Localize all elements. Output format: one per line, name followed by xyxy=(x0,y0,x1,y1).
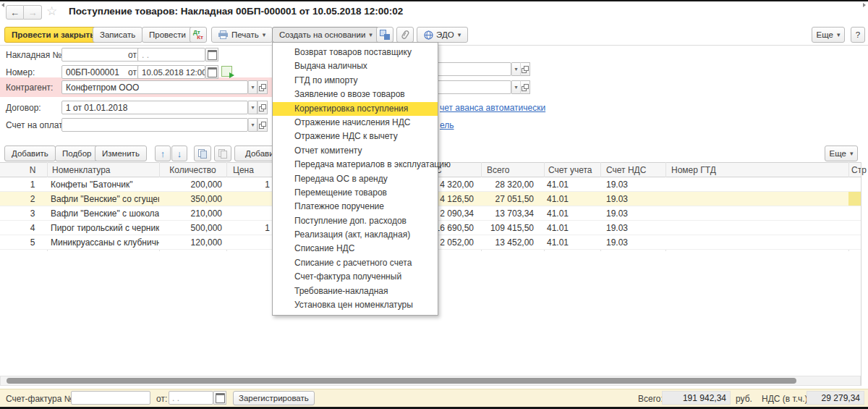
horizontal-scrollbar[interactable] xyxy=(0,376,861,386)
pick-button[interactable]: Подбор xyxy=(55,146,99,161)
document-date-field[interactable]: 10.05.2018 12:00:02 xyxy=(137,65,205,79)
contragent-open-button[interactable] xyxy=(258,80,268,94)
register-button[interactable]: Зарегистрировать xyxy=(233,391,315,405)
post-button[interactable]: Провести xyxy=(142,27,193,43)
menu-item[interactable]: Перемещение товаров xyxy=(273,186,438,200)
open-link-icon xyxy=(522,66,529,73)
menu-item[interactable]: Списание НДС xyxy=(273,242,438,256)
calendar-icon xyxy=(208,50,217,60)
more-button[interactable]: Еще xyxy=(812,27,845,43)
table-more-button[interactable]: Еще xyxy=(825,146,858,161)
invoice-received-number-field[interactable] xyxy=(71,391,150,405)
copy-icon xyxy=(198,149,207,159)
invoice-received-label: Счет-фактура №: xyxy=(6,394,76,404)
create-based-on-button[interactable]: Создать на основании xyxy=(272,27,380,43)
column-header-nomenclature[interactable]: Номенклатура xyxy=(52,165,111,175)
bottom-from-label: от: xyxy=(156,394,167,404)
open-link-icon xyxy=(522,84,529,91)
create-based-on-menu: Возврат товаров поставщику Выдача наличн… xyxy=(272,42,438,316)
show-postings-button[interactable]: Дт Кт xyxy=(190,27,207,43)
invoice-date-field[interactable]: . . xyxy=(137,48,205,62)
paste-rows-button[interactable] xyxy=(214,146,231,161)
calendar-icon xyxy=(216,393,225,403)
contragent-field[interactable]: Конфетпром ООО xyxy=(61,80,248,94)
add-row-button[interactable]: Добавить xyxy=(4,146,56,161)
menu-item[interactable]: Списание с расчетного счета xyxy=(273,256,438,270)
consignee-link[interactable]: ель xyxy=(440,120,454,130)
payment-invoice-label: Счет на оплату: xyxy=(6,120,69,130)
payment-invoice-field[interactable] xyxy=(61,118,248,132)
attachments-button[interactable] xyxy=(396,27,414,43)
menu-item[interactable]: Заявление о ввозе товаров xyxy=(273,88,438,101)
scroll-left-icon[interactable] xyxy=(1,3,4,7)
menu-item[interactable]: Передача ОС в аренду xyxy=(273,172,438,186)
up-arrow-icon: ↑ xyxy=(161,148,166,159)
edit-button[interactable]: Изменить xyxy=(95,146,147,161)
column-header-n[interactable]: N xyxy=(18,165,47,175)
right-field-1-open-button[interactable] xyxy=(520,62,530,76)
column-header-account[interactable]: Счет учета xyxy=(548,165,592,175)
related-documents-icon xyxy=(380,30,390,40)
menu-item[interactable]: Отчет комитенту xyxy=(273,144,438,158)
copy-rows-button[interactable] xyxy=(194,146,211,161)
down-arrow-icon: ↓ xyxy=(177,148,182,159)
menu-item[interactable]: Отражение начисления НДС xyxy=(273,116,438,130)
menu-item[interactable]: Требование-накладная xyxy=(273,284,438,298)
move-down-button[interactable]: ↓ xyxy=(171,146,187,161)
page-title: Поступление товаров: Накладная 00БП-0000… xyxy=(69,6,403,17)
table-right-border xyxy=(861,162,861,386)
contragent-dropdown-button[interactable] xyxy=(248,80,258,94)
menu-item[interactable]: Поступление доп. расходов xyxy=(273,214,438,228)
vat-sum-value: 29 279,34 xyxy=(807,391,864,405)
menu-item[interactable]: ГТД по импорту xyxy=(273,74,438,88)
printer-icon xyxy=(218,30,228,39)
document-structure-button[interactable] xyxy=(376,27,393,43)
help-button[interactable]: ? xyxy=(851,27,865,43)
invoice-received-date-field[interactable]: . . xyxy=(169,391,213,405)
currency-label: руб. xyxy=(736,394,752,404)
move-up-button[interactable]: ↑ xyxy=(155,146,171,161)
scroll-right-icon[interactable] xyxy=(863,3,866,7)
forward-button[interactable]: → xyxy=(24,5,42,20)
column-header-quantity[interactable]: Количество xyxy=(159,165,226,175)
print-button[interactable]: Печать xyxy=(211,27,273,43)
column-header-vat-account[interactable]: Счет НДС xyxy=(606,165,646,175)
contract-field[interactable]: 1 от 01.01.2018 xyxy=(61,101,248,114)
contract-dropdown-button[interactable] xyxy=(248,101,258,114)
column-header-price[interactable]: Цена xyxy=(233,165,254,175)
column-header-total[interactable]: Всего xyxy=(487,165,509,175)
invoice-date-calendar-button[interactable] xyxy=(205,48,218,62)
column-header-country-partial[interactable]: Стр xyxy=(851,165,867,175)
right-field-2-open-button[interactable] xyxy=(520,80,530,94)
menu-item[interactable]: Передача материалов в эксплуатацию xyxy=(273,158,438,172)
menu-item[interactable]: Возврат товаров поставщику xyxy=(273,46,438,59)
save-button[interactable]: Записать xyxy=(93,27,142,43)
document-date-calendar-button[interactable] xyxy=(205,65,218,79)
menu-item[interactable]: Реализация (акт, накладная) xyxy=(273,228,438,242)
menu-item[interactable]: Установка цен номенклатуры xyxy=(273,298,438,312)
contract-open-button[interactable] xyxy=(258,101,268,114)
back-arrow-icon: ← xyxy=(10,7,20,18)
forward-arrow-icon: → xyxy=(28,7,38,18)
menu-item[interactable]: Отражение НДС к вычету xyxy=(273,130,438,143)
back-button[interactable]: ← xyxy=(6,5,24,20)
favorites-star-icon[interactable]: ☆ xyxy=(46,4,57,19)
advance-offset-link[interactable]: чет аванса автоматически xyxy=(440,103,545,113)
paperclip-icon xyxy=(400,30,410,40)
menu-item[interactable]: Платежное поручение xyxy=(273,200,438,214)
edo-button[interactable]: ЭДО xyxy=(417,27,468,43)
scrollbar-thumb[interactable] xyxy=(7,378,796,384)
menu-item[interactable]: Счет-фактура полученный xyxy=(273,270,438,284)
invoice-number-label: Накладная №: xyxy=(6,50,64,60)
invoice-received-calendar-button[interactable] xyxy=(213,391,226,405)
set-number-icon[interactable] xyxy=(221,66,232,77)
post-and-close-button[interactable]: Провести и закрыть xyxy=(4,27,102,43)
payment-invoice-open-button[interactable] xyxy=(258,118,268,132)
contragent-label: Контрагент: xyxy=(6,83,53,93)
payment-invoice-dropdown-button[interactable] xyxy=(248,118,258,132)
menu-item[interactable]: Выдача наличных xyxy=(273,59,438,73)
column-header-gtd[interactable]: Номер ГТД xyxy=(671,165,716,175)
add-by-barcode-button[interactable]: Добави xyxy=(234,146,278,161)
number-label: Номер: xyxy=(6,67,35,77)
menu-item-highlighted[interactable]: Корректировка поступления xyxy=(273,102,438,116)
